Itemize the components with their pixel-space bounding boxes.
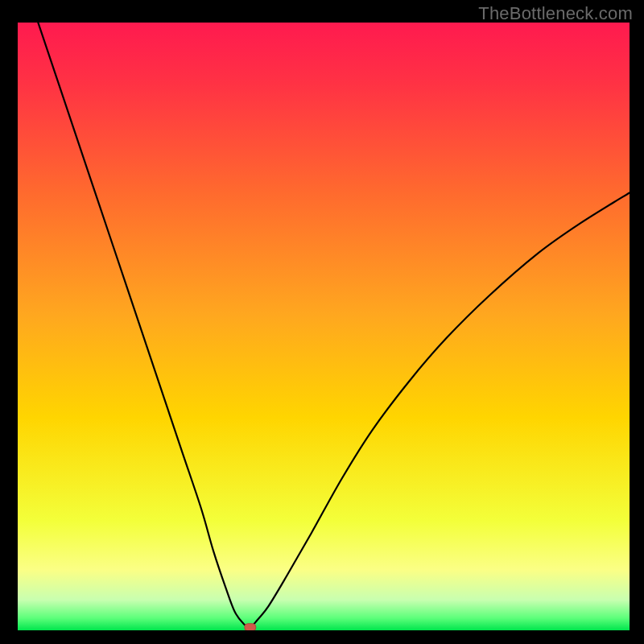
chart-background-gradient — [18, 23, 630, 630]
chart-plot-area — [18, 23, 630, 630]
optimum-marker — [245, 624, 256, 630]
watermark-text: TheBottleneck.com — [478, 3, 633, 24]
chart-svg — [18, 23, 630, 630]
